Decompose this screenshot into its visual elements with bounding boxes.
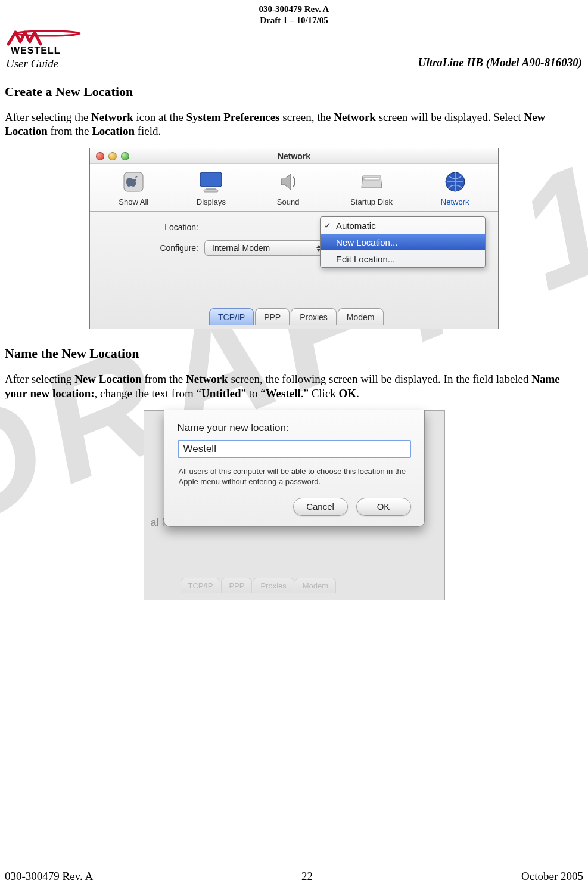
svg-text:WESTELL: WESTELL — [11, 45, 60, 55]
toolbar-label: Network — [441, 197, 469, 206]
menu-item-label: Automatic — [336, 221, 376, 231]
txt: icon at the — [133, 111, 186, 123]
bold: System Preferences — [186, 111, 279, 123]
txt: screen will be displayed. Select — [376, 111, 524, 123]
footer-page-number: 22 — [301, 870, 313, 883]
bold: Network — [91, 111, 133, 123]
section2-para: After selecting New Location from the Ne… — [5, 372, 583, 401]
toolbar-label: Sound — [277, 197, 300, 206]
footer-divider — [5, 866, 583, 866]
toolbar-label: Startup Disk — [350, 197, 393, 206]
backdrop-tabs: TCP/IP PPP Proxies Modem — [181, 578, 337, 593]
menu-item-new-location[interactable]: New Location... — [321, 234, 485, 250]
doc-header-line1: 030-300479 Rev. A — [5, 4, 583, 15]
txt: screen, the — [279, 111, 334, 123]
display-icon — [197, 170, 225, 194]
checkmark-icon: ✓ — [324, 221, 331, 230]
toolbar-label: Show All — [119, 197, 148, 206]
globe-icon — [441, 170, 469, 194]
tab-tcpip[interactable]: TCP/IP — [209, 308, 254, 325]
apple-icon — [119, 170, 148, 194]
txt: , change the text from “ — [95, 387, 201, 399]
configure-value: Internal Modem — [212, 243, 270, 253]
window-title: Network — [90, 151, 498, 161]
dialog-sheet: Name your new location: Westell All user… — [164, 410, 425, 527]
txt: After selecting — [5, 373, 74, 385]
doc-header: 030-300479 Rev. A Draft 1 – 10/17/05 — [5, 0, 583, 26]
toolbar-label: Displays — [197, 197, 226, 206]
disk-icon — [357, 170, 386, 194]
toolbar-sound[interactable]: Sound — [274, 170, 303, 206]
configure-label: Configure: — [96, 243, 198, 253]
bold: OK — [339, 387, 357, 399]
location-name-input[interactable]: Westell — [178, 440, 411, 458]
westell-logo: WESTELL — [6, 30, 83, 56]
dialog-note: All users of this computer will be able … — [179, 466, 410, 487]
tab-modem[interactable]: Modem — [338, 308, 384, 325]
bold: Network — [334, 111, 376, 123]
bold: Network — [186, 373, 228, 385]
txt: After selecting the — [5, 111, 91, 123]
txt: from the — [142, 373, 186, 385]
dialog-title: Name your new location: — [178, 422, 411, 434]
location-label: Location: — [96, 222, 198, 232]
input-value: Westell — [183, 443, 216, 455]
menu-item-label: Edit Location... — [336, 254, 395, 264]
bg-tab: PPP — [221, 578, 252, 593]
section1-title: Create a New Location — [5, 84, 583, 100]
toolbar-show-all[interactable]: Show All — [119, 170, 148, 206]
bold: Location — [92, 125, 135, 137]
txt: ” to “ — [241, 387, 265, 399]
cancel-button[interactable]: Cancel — [293, 498, 348, 516]
menu-item-automatic[interactable]: ✓ Automatic — [321, 217, 485, 234]
txt: . — [356, 387, 359, 399]
svg-rect-3 — [200, 172, 222, 187]
bg-tab: TCP/IP — [181, 578, 221, 593]
location-menu: ✓ Automatic New Location... Edit Locatio… — [320, 216, 486, 268]
ok-button[interactable]: OK — [356, 498, 411, 516]
menu-item-edit-location[interactable]: Edit Location... — [321, 250, 485, 267]
toolbar-network[interactable]: Network — [441, 170, 469, 206]
bg-tab: Proxies — [253, 578, 294, 593]
section1-para: After selecting the Network icon at the … — [5, 110, 583, 139]
bg-tab: Modem — [295, 578, 336, 593]
figure-network-prefs: Network Show All Displays — [89, 148, 499, 329]
svg-rect-6 — [364, 178, 379, 180]
txt: field. — [135, 125, 161, 137]
bold: Untitled — [201, 387, 241, 399]
bold: New Location — [74, 373, 141, 385]
tab-bar: TCP/IP PPP Proxies Modem — [209, 308, 384, 325]
section2-title: Name the New Location — [5, 346, 583, 361]
figure-name-location-dialog: al Modem TCP/IP PPP Proxies Modem Name y… — [144, 410, 445, 600]
txt: .” Click — [301, 387, 339, 399]
footer-left: 030-300479 Rev. A — [5, 870, 93, 883]
user-guide-label: User Guide — [6, 57, 58, 70]
toolbar-displays[interactable]: Displays — [197, 170, 226, 206]
txt: screen, the following screen will be dis… — [228, 373, 532, 385]
speaker-icon — [274, 170, 303, 194]
txt: from the — [48, 125, 92, 137]
header-divider — [5, 73, 583, 73]
menu-item-label: New Location... — [336, 237, 397, 247]
svg-rect-5 — [204, 190, 218, 192]
tab-ppp[interactable]: PPP — [255, 308, 290, 325]
tab-proxies[interactable]: Proxies — [291, 308, 337, 325]
product-name: UltraLine IIB (Model A90-816030) — [418, 56, 582, 70]
footer-right: October 2005 — [521, 870, 583, 883]
configure-select[interactable]: Internal Modem — [204, 240, 329, 256]
toolbar-startup-disk[interactable]: Startup Disk — [350, 170, 393, 206]
bold: Westell — [266, 387, 301, 399]
doc-header-line2: Draft 1 – 10/17/05 — [5, 15, 583, 26]
